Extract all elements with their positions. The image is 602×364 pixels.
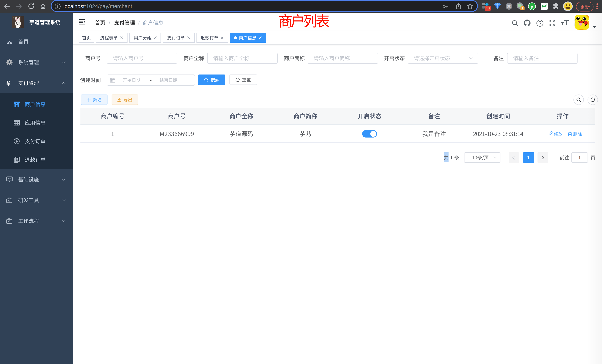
svg-text:y: y: [531, 4, 533, 9]
svg-text:1: 1: [522, 7, 523, 10]
svg-text:⌘: ⌘: [507, 4, 511, 9]
